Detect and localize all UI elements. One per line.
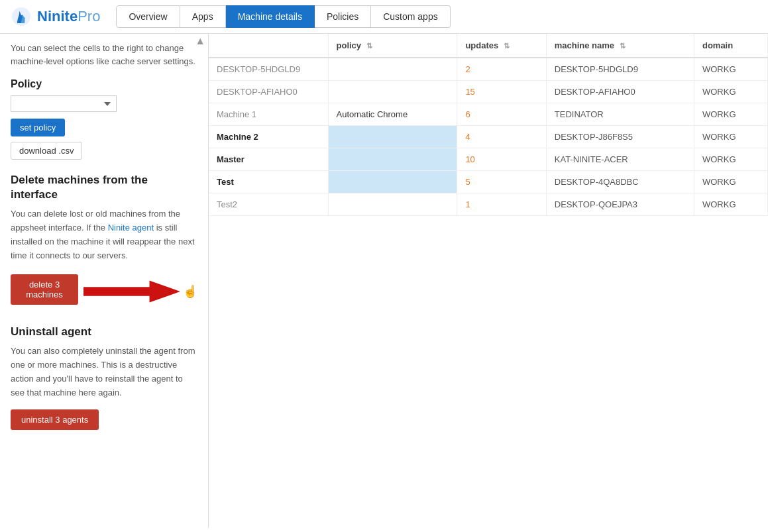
- cell-policy[interactable]: [328, 58, 457, 81]
- cell-machine-name: KAT-NINITE-ACER: [546, 148, 694, 171]
- table-row[interactable]: Test21DESKTOP-QOEJPA3WORKG: [209, 193, 768, 216]
- scroll-indicator: ▲: [195, 35, 205, 47]
- updates-sort-icon[interactable]: ⇅: [504, 42, 510, 50]
- cell-updates[interactable]: 4: [457, 126, 546, 148]
- download-csv-button[interactable]: download .csv: [11, 142, 82, 160]
- cell-policy[interactable]: [328, 126, 457, 148]
- tab-custom-apps[interactable]: Custom apps: [371, 5, 450, 28]
- cell-updates[interactable]: 2: [457, 58, 546, 81]
- tab-policies[interactable]: Policies: [315, 5, 371, 28]
- logo-text: NinitePro: [37, 8, 100, 25]
- machine-name-sort-icon[interactable]: ⇅: [620, 42, 626, 50]
- cell-machine-label[interactable]: Test: [209, 171, 328, 193]
- col-header-updates[interactable]: updates ⇅: [457, 34, 546, 58]
- table-header-row: policy ⇅ updates ⇅ machine name ⇅ domain: [209, 34, 768, 58]
- delete-section-text: You can delete lost or old machines from…: [11, 207, 197, 262]
- header: NinitePro Overview Apps Machine details …: [0, 0, 768, 34]
- cell-domain: WORKG: [694, 58, 767, 81]
- col-header-machine: [209, 34, 328, 58]
- machines-table: policy ⇅ updates ⇅ machine name ⇅ domain: [209, 34, 768, 216]
- policy-select[interactable]: [11, 95, 117, 112]
- tab-overview[interactable]: Overview: [116, 5, 180, 28]
- set-policy-button[interactable]: set policy: [11, 119, 65, 136]
- cell-policy[interactable]: [328, 148, 457, 171]
- cell-policy[interactable]: Automatic Chrome: [328, 103, 457, 126]
- cell-updates[interactable]: 15: [457, 81, 546, 103]
- policy-section-title: Policy: [11, 78, 197, 90]
- cell-machine-label[interactable]: Test2: [209, 193, 328, 216]
- cell-machine-label[interactable]: DESKTOP-5HDGLD9: [209, 58, 328, 81]
- nav-tabs: Overview Apps Machine details Policies C…: [116, 5, 450, 28]
- tab-apps[interactable]: Apps: [180, 5, 226, 28]
- cell-updates[interactable]: 10: [457, 148, 546, 171]
- delete-row: delete 3 machines ☝: [11, 272, 197, 311]
- col-header-policy[interactable]: policy ⇅: [328, 34, 457, 58]
- uninstall-section-title: Uninstall agent: [11, 325, 197, 339]
- uninstall-agents-button[interactable]: uninstall 3 agents: [11, 409, 99, 430]
- cell-domain: WORKG: [694, 193, 767, 216]
- cell-policy[interactable]: [328, 81, 457, 103]
- content-area: policy ⇅ updates ⇅ machine name ⇅ domain: [209, 34, 768, 528]
- cell-machine-label[interactable]: Machine 2: [209, 126, 328, 148]
- svg-marker-1: [83, 281, 180, 303]
- cell-domain: WORKG: [694, 103, 767, 126]
- table-row[interactable]: DESKTOP-5HDGLD92DESKTOP-5HDGLD9WORKG: [209, 58, 768, 81]
- cell-machine-label[interactable]: Master: [209, 148, 328, 171]
- cell-policy[interactable]: [328, 193, 457, 216]
- table-row[interactable]: DESKTOP-AFIAHO015DESKTOP-AFIAHO0WORKG: [209, 81, 768, 103]
- delete-machines-button[interactable]: delete 3 machines: [11, 274, 78, 305]
- delete-arrow-icon: [83, 272, 180, 311]
- cell-domain: WORKG: [694, 81, 767, 103]
- cell-machine-name: DESKTOP-AFIAHO0: [546, 81, 694, 103]
- cell-domain: WORKG: [694, 148, 767, 171]
- ninite-logo-icon: [11, 6, 32, 27]
- uninstall-section-text: You can also completely uninstall the ag…: [11, 345, 197, 399]
- cell-machine-name: DESKTOP-4QA8DBC: [546, 171, 694, 193]
- tab-machine-details[interactable]: Machine details: [226, 5, 315, 28]
- cell-machine-name: DESKTOP-5HDGLD9: [546, 58, 694, 81]
- table-row[interactable]: Machine 1Automatic Chrome6TEDINATORWORKG: [209, 103, 768, 126]
- col-header-machine-name[interactable]: machine name ⇅: [546, 34, 694, 58]
- cell-updates[interactable]: 5: [457, 171, 546, 193]
- sidebar-description: You can select the cells to the right to…: [11, 42, 197, 68]
- table-row[interactable]: Master10KAT-NINITE-ACERWORKG: [209, 148, 768, 171]
- delete-section-title: Delete machines from the interface: [11, 173, 197, 202]
- cell-updates[interactable]: 1: [457, 193, 546, 216]
- cell-domain: WORKG: [694, 171, 767, 193]
- cell-machine-name: TEDINATOR: [546, 103, 694, 126]
- cursor-icon: ☝: [183, 284, 197, 299]
- policy-sort-icon[interactable]: ⇅: [366, 42, 372, 50]
- ninite-agent-link[interactable]: Ninite agent: [108, 223, 154, 233]
- logo: NinitePro: [11, 6, 100, 27]
- table-row[interactable]: Test5DESKTOP-4QA8DBCWORKG: [209, 171, 768, 193]
- cell-domain: WORKG: [694, 126, 767, 148]
- col-header-domain: domain: [694, 34, 767, 58]
- cell-machine-label[interactable]: DESKTOP-AFIAHO0: [209, 81, 328, 103]
- cell-machine-name: DESKTOP-QOEJPA3: [546, 193, 694, 216]
- cell-machine-label[interactable]: Machine 1: [209, 103, 328, 126]
- table-row[interactable]: Machine 24DESKTOP-J86F8S5WORKG: [209, 126, 768, 148]
- policy-select-row: [11, 95, 197, 112]
- main-layout: ▲ You can select the cells to the right …: [0, 34, 768, 528]
- cell-machine-name: DESKTOP-J86F8S5: [546, 126, 694, 148]
- cell-updates[interactable]: 6: [457, 103, 546, 126]
- sidebar: ▲ You can select the cells to the right …: [0, 34, 209, 528]
- cell-policy[interactable]: [328, 171, 457, 193]
